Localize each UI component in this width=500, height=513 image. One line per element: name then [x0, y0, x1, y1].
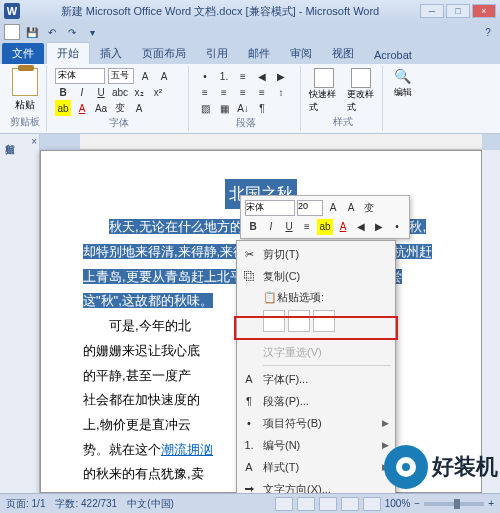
subscript-button[interactable]: x₂	[131, 84, 147, 100]
mini-italic-button[interactable]: I	[263, 219, 279, 235]
underline-button[interactable]: U	[93, 84, 109, 100]
view-draft-icon[interactable]	[363, 497, 381, 511]
show-marks-icon[interactable]: ¶	[254, 100, 270, 116]
shrink-font-icon[interactable]: A	[156, 68, 172, 84]
quick-access-toolbar: 💾 ↶ ↷ ▾ ?	[0, 22, 500, 42]
minimize-button[interactable]: ─	[420, 4, 444, 18]
zoom-in-button[interactable]: +	[488, 498, 494, 509]
phonetic-button[interactable]: 变	[112, 100, 128, 116]
clipboard-pane-close[interactable]: ×	[31, 136, 37, 147]
align-right-icon[interactable]: ≡	[235, 84, 251, 100]
grow-font-icon[interactable]: A	[137, 68, 153, 84]
help-icon[interactable]: ?	[480, 24, 496, 40]
tab-review[interactable]: 审阅	[280, 43, 322, 64]
vertical-scrollbar[interactable]	[482, 150, 500, 493]
mini-indent-dec-icon[interactable]: ◀	[353, 219, 369, 235]
menu-copy[interactable]: ⿻复制(C)	[237, 265, 395, 287]
tab-home[interactable]: 开始	[46, 42, 90, 64]
quick-styles-button[interactable]: 快速样式	[309, 68, 339, 114]
mini-bold-button[interactable]: B	[245, 219, 261, 235]
superscript-button[interactable]: x²	[150, 84, 166, 100]
menu-numbering[interactable]: 1.编号(N)▶	[237, 434, 395, 456]
status-word-count[interactable]: 字数: 422/731	[55, 497, 117, 511]
undo-icon[interactable]: ↶	[44, 24, 60, 40]
mini-toolbar: 宋体 20 A A 变 B I U ≡ ab A ◀ ▶ •	[240, 195, 410, 239]
view-web-icon[interactable]	[319, 497, 337, 511]
paste-option-text-only[interactable]	[313, 310, 335, 332]
tab-layout[interactable]: 页面布局	[132, 43, 196, 64]
ribbon-group-clipboard: 粘贴 剪贴板	[4, 66, 47, 131]
mini-bullets-icon[interactable]: •	[389, 219, 405, 235]
font-size-box[interactable]: 五号	[108, 68, 134, 84]
indent-inc-icon[interactable]: ▶	[273, 68, 289, 84]
zoom-slider[interactable]	[424, 502, 484, 506]
numbering-icon[interactable]: 1.	[216, 68, 232, 84]
tab-mailings[interactable]: 邮件	[238, 43, 280, 64]
line-spacing-icon[interactable]: ↕	[273, 84, 289, 100]
font-icon: A	[241, 371, 257, 387]
mini-font-size[interactable]: 20	[297, 200, 323, 216]
redo-icon[interactable]: ↷	[64, 24, 80, 40]
shading-icon[interactable]: ▧	[197, 100, 213, 116]
ribbon: 粘贴 剪贴板 宋体 五号 A A B I U abc x₂ x² ab A Aa…	[0, 64, 500, 134]
align-left-icon[interactable]: ≡	[197, 84, 213, 100]
italic-button[interactable]: I	[74, 84, 90, 100]
clipboard-group-label: 剪贴板	[10, 115, 40, 129]
tab-file[interactable]: 文件	[2, 43, 44, 64]
mini-grow-icon[interactable]: A	[325, 200, 341, 216]
close-button[interactable]: ×	[472, 4, 496, 18]
mini-style-icon[interactable]: 变	[361, 200, 377, 216]
status-language[interactable]: 中文(中国)	[127, 497, 174, 511]
mini-font-name[interactable]: 宋体	[245, 200, 295, 216]
tab-references[interactable]: 引用	[196, 43, 238, 64]
indent-dec-icon[interactable]: ◀	[254, 68, 270, 84]
multilevel-icon[interactable]: ≡	[235, 68, 251, 84]
clear-format-button[interactable]: Aa	[93, 100, 109, 116]
strike-button[interactable]: abc	[112, 84, 128, 100]
bullets-icon[interactable]: •	[197, 68, 213, 84]
tab-insert[interactable]: 插入	[90, 43, 132, 64]
tab-view[interactable]: 视图	[322, 43, 364, 64]
menu-styles[interactable]: A样式(T)▶	[237, 456, 395, 478]
mini-fontcolor-icon[interactable]: A	[335, 219, 351, 235]
menu-paragraph[interactable]: ¶段落(P)...	[237, 390, 395, 412]
paste-button[interactable]: 粘贴	[10, 68, 40, 112]
save-icon[interactable]: 💾	[24, 24, 40, 40]
chevron-right-icon: ▶	[382, 418, 389, 428]
maximize-button[interactable]: □	[446, 4, 470, 18]
font-color-button[interactable]: A	[74, 100, 90, 116]
bold-button[interactable]: B	[55, 84, 71, 100]
mini-highlight-icon[interactable]: ab	[317, 219, 333, 235]
zoom-level[interactable]: 100%	[385, 498, 411, 509]
status-page[interactable]: 页面: 1/1	[6, 497, 45, 511]
menu-font[interactable]: A字体(F)...	[237, 368, 395, 390]
zoom-out-button[interactable]: −	[414, 498, 420, 509]
paste-option-merge[interactable]	[288, 310, 310, 332]
horizontal-ruler[interactable]	[80, 134, 482, 150]
view-print-layout-icon[interactable]	[275, 497, 293, 511]
qat-dropdown-icon[interactable]: ▾	[84, 24, 100, 40]
editing-button[interactable]: 🔍 编辑	[391, 68, 415, 99]
view-fullscreen-icon[interactable]	[297, 497, 315, 511]
borders-icon[interactable]: ▦	[216, 100, 232, 116]
cut-icon: ✂	[241, 246, 257, 262]
menu-paste-options-heading: 📋粘贴选项:	[237, 287, 395, 308]
align-justify-icon[interactable]: ≡	[254, 84, 270, 100]
mini-shrink-icon[interactable]: A	[343, 200, 359, 216]
view-outline-icon[interactable]	[341, 497, 359, 511]
tab-acrobat[interactable]: Acrobat	[364, 46, 422, 64]
hyperlink-text[interactable]: 潮流拥汹	[161, 442, 213, 457]
mini-underline-button[interactable]: U	[281, 219, 297, 235]
mini-align-icon[interactable]: ≡	[299, 219, 315, 235]
font-name-box[interactable]: 宋体	[55, 68, 105, 84]
char-border-button[interactable]: A	[131, 100, 147, 116]
highlight-button[interactable]: ab	[55, 100, 71, 116]
menu-hanzi-reselect: 汉字重选(V)	[237, 341, 395, 363]
mini-indent-inc-icon[interactable]: ▶	[371, 219, 387, 235]
change-styles-button[interactable]: 更改样式	[347, 68, 377, 114]
menu-cut[interactable]: ✂剪切(T)	[237, 243, 395, 265]
paste-option-keep-source[interactable]	[263, 310, 285, 332]
sort-icon[interactable]: A↓	[235, 100, 251, 116]
align-center-icon[interactable]: ≡	[216, 84, 232, 100]
menu-bullets[interactable]: •项目符号(B)▶	[237, 412, 395, 434]
